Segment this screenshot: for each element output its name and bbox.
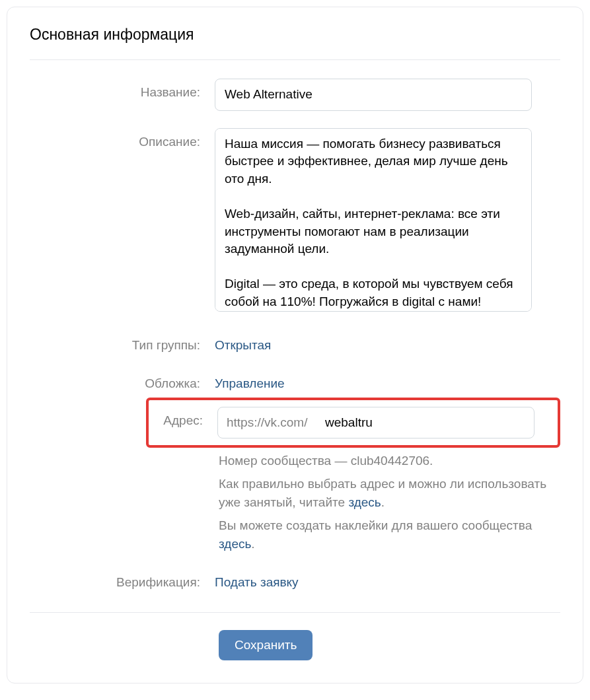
address-highlight: Адрес: https://vk.com/ — [146, 398, 560, 448]
save-button[interactable]: Сохранить — [219, 630, 313, 660]
divider-top — [30, 59, 560, 60]
name-label: Название: — [30, 79, 215, 100]
row-cover: Обложка: Управление — [30, 370, 560, 391]
row-group-type: Тип группы: Открытая — [30, 332, 560, 353]
address-label: Адрес: — [149, 407, 217, 428]
verification-apply-link[interactable]: Подать заявку — [215, 569, 299, 590]
cover-label: Обложка: — [30, 370, 215, 391]
row-description: Описание: — [30, 128, 560, 314]
settings-panel: Основная информация Название: Описание: … — [7, 7, 583, 683]
row-verification: Верификация: Подать заявку — [30, 569, 560, 590]
stickers-link[interactable]: здесь — [219, 537, 251, 551]
description-label: Описание: — [30, 128, 215, 149]
divider-bottom — [30, 612, 560, 613]
group-type-label: Тип группы: — [30, 332, 215, 353]
description-textarea[interactable] — [215, 128, 532, 312]
row-name: Название: — [30, 79, 560, 111]
group-type-select[interactable]: Открытая — [215, 332, 271, 353]
stickers-hint: Вы можете создать наклейки для вашего со… — [219, 516, 560, 554]
verification-label: Верификация: — [30, 569, 215, 590]
panel-title: Основная информация — [30, 26, 560, 59]
community-number-hint: Номер сообщества — club40442706. — [219, 452, 560, 471]
name-input[interactable] — [215, 79, 532, 111]
address-input[interactable] — [217, 407, 535, 439]
address-hints: Номер сообщества — club40442706. Как пра… — [219, 452, 560, 554]
cover-manage-link[interactable]: Управление — [215, 370, 285, 391]
choose-address-hint: Как правильно выбрать адрес и можно ли и… — [219, 475, 560, 512]
choose-address-link[interactable]: здесь — [348, 495, 381, 509]
